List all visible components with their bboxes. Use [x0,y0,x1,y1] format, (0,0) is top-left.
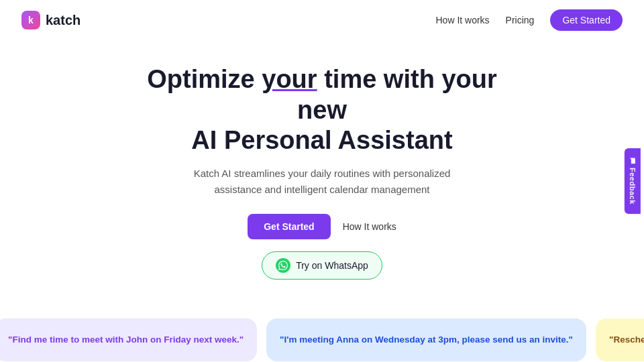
nav-get-started-button[interactable]: Get Started [550,9,623,31]
card-0-text: "Find me time to meet with John on Frida… [8,333,244,347]
hero-get-started-button[interactable]: Get Started [248,214,330,239]
whatsapp-label: Try on WhatsApp [296,260,368,271]
hero-buttons: Get Started How It works [13,214,631,239]
cards-row: "Find me time to meet with John on Frida… [0,312,644,362]
hero-how-it-works-button[interactable]: How It works [343,221,396,232]
hero-heading-prefix: Optimize [147,65,262,93]
navbar: k katch How It works Pricing Get Started [0,0,644,40]
card-1: "I'm meeting Anna on Wednesday at 3pm, p… [266,318,586,361]
feedback-tab[interactable]: Feedback [625,148,641,214]
logo-letter: k [28,15,34,25]
hero-heading: Optimize your time with your new AI Pers… [121,64,523,156]
logo-icon: k [21,11,40,29]
card-2: "Reschedule the meeting to 11am on Thurs… [596,318,644,361]
feedback-label: Feedback [629,168,637,204]
hero-heading-line2: AI Personal Assistant [191,126,452,154]
cards-section: "Find me time to meet with John on Frida… [0,312,644,362]
whatsapp-icon [276,258,290,273]
logo-name: katch [46,13,80,28]
how-it-works-link[interactable]: How It works [435,15,489,25]
whatsapp-button[interactable]: Try on WhatsApp [262,251,382,280]
logo[interactable]: k katch [21,11,80,29]
card-0: "Find me time to meet with John on Frida… [0,318,257,361]
card-2-text: "Reschedule the meeting to 11am on Thurs… [609,333,644,347]
hero-subtext: Katch AI streamlines your daily routines… [181,166,463,198]
nav-links: How It works Pricing Get Started [435,9,623,31]
hero-section: Optimize your time with your new AI Pers… [0,40,644,312]
card-1-text: "I'm meeting Anna on Wednesday at 3pm, p… [280,333,573,347]
pricing-link[interactable]: Pricing [506,15,535,25]
hero-heading-underline: your [262,65,317,93]
hero-heading-suffix: time with your new [297,65,497,124]
